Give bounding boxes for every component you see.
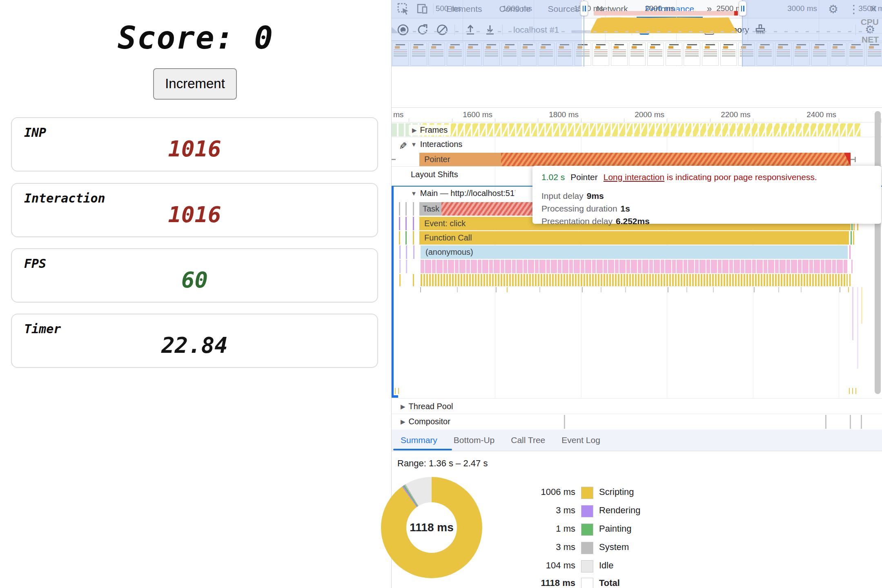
inp-card-value: 1016 (12, 136, 377, 162)
tooltip-long-interaction-link[interactable]: Long interaction (604, 172, 664, 182)
filmstrip-thumbnail[interactable] (629, 42, 646, 66)
micro-tasks-row[interactable] (421, 260, 848, 273)
bottom-tab-bar: Summary Bottom-Up Call Tree Event Log (392, 430, 882, 451)
legend-swatch-total (581, 578, 593, 588)
filmstrip-thumbnail[interactable] (702, 42, 719, 66)
inp-card: INP 1016 (11, 117, 378, 172)
legend-label: Idle (599, 560, 613, 571)
fps-card: FPS 60 (11, 248, 378, 303)
track-frames[interactable]: ▶ Frames (409, 125, 451, 136)
legend-value: 1006 ms (510, 487, 575, 497)
ruler-tick: 1600 ms (427, 110, 492, 119)
track-main[interactable]: ▼ Main — http://localhost:517 (411, 189, 515, 198)
legend-value: 1118 ms (510, 578, 575, 588)
pointer-red-tip (844, 153, 851, 166)
frames-partial-bar[interactable] (421, 123, 862, 136)
tab-event-log[interactable]: Event Log (561, 435, 600, 445)
devtools-panel: Elements Console Sources Network Perform… (391, 0, 882, 588)
ruler-tick: 2200 ms (685, 110, 751, 119)
ruler-unit: ms (393, 110, 405, 119)
interaction-card-value: 1016 (12, 202, 377, 227)
ruler-tick: 1800 ms (513, 110, 579, 119)
track-interactions[interactable]: ▼ Interactions (411, 140, 462, 149)
filmstrip-thumbnail[interactable] (666, 42, 682, 66)
score-heading: Score: 0 (0, 20, 391, 56)
pointer-whisker-end (855, 157, 856, 162)
net-label: NET (862, 35, 879, 45)
cpu-label: CPU (861, 17, 879, 27)
collapse-triangle-icon[interactable]: ▼ (411, 141, 417, 148)
legend-swatch-scripting (581, 487, 593, 499)
tooltip-headline: 1.02 sPointerLong interaction is indicat… (541, 172, 872, 182)
track-layout-shifts[interactable]: Layout Shifts (411, 170, 458, 179)
filmstrip-thumbnail[interactable] (647, 42, 664, 66)
demo-page: Score: 0 Increment INP 1016 Interaction … (0, 0, 391, 588)
fps-card-value: 60 (12, 267, 377, 293)
legend-label: System (599, 542, 629, 552)
legend-swatch-system (581, 542, 593, 554)
track-thread-pool[interactable]: ▶ Thread Pool (401, 402, 453, 411)
filmstrip-thumbnail[interactable] (720, 42, 737, 66)
legend-swatch-idle (581, 560, 593, 572)
active-tab-underline (393, 449, 452, 450)
filmstrip-thumbnail[interactable] (592, 42, 609, 66)
tooltip-message: is indicating poor page responsiveness. (667, 172, 817, 182)
tooltip-duration: 1.02 s (541, 172, 565, 182)
tooltip-row: Input delay9ms (541, 191, 872, 201)
timer-fires-row[interactable] (421, 274, 848, 286)
legend-value: 104 ms (510, 560, 575, 571)
legend-label: Painting (599, 523, 632, 534)
donut-total: 1118 ms (410, 521, 453, 534)
pointer-label: Pointer (424, 155, 450, 164)
overview-dim-right (743, 0, 882, 66)
main-selection-corner (392, 395, 398, 398)
overview-dim-left (392, 0, 582, 66)
pointer-interaction-overrun[interactable] (501, 153, 851, 166)
legend-value: 3 ms (510, 542, 575, 552)
expand-triangle-icon[interactable]: ▶ (401, 403, 405, 410)
tab-bottom-up[interactable]: Bottom-Up (454, 435, 494, 445)
anonymous-bar[interactable]: (anonymous) (421, 245, 848, 259)
divider (392, 137, 882, 137)
legend-swatch-rendering (581, 505, 593, 517)
screen: Score: 0 Increment INP 1016 Interaction … (0, 0, 882, 588)
selection-left-handle[interactable] (580, 1, 588, 16)
divider (392, 398, 882, 399)
interaction-card: Interaction 1016 (11, 183, 378, 237)
vertical-scrollbar[interactable] (875, 111, 881, 394)
summary-range: Range: 1.36 s – 2.47 s (397, 458, 488, 469)
annotate-pencil-icon[interactable]: ✎ (399, 140, 407, 152)
ruler-tick: 2400 ms (771, 110, 836, 119)
legend-label: Rendering (599, 505, 641, 516)
interaction-tooltip: 1.02 sPointerLong interaction is indicat… (532, 166, 881, 224)
track-compositor[interactable]: ▶ Compositor (401, 417, 450, 426)
selection-right-handle[interactable] (739, 1, 746, 16)
function-call-bar[interactable]: Function Call (419, 231, 849, 245)
main-selection-border (392, 186, 394, 398)
legend-label: Scripting (599, 487, 634, 497)
tooltip-row: Presentation delay6.252ms (541, 216, 872, 226)
expand-triangle-icon[interactable]: ▶ (412, 127, 417, 134)
pointer-whisker-left (392, 159, 396, 160)
increment-button[interactable]: Increment (153, 68, 237, 100)
filmstrip-thumbnail[interactable] (684, 42, 700, 66)
task-bar-label-chip[interactable]: Task (419, 202, 441, 216)
legend-value: 1 ms (510, 523, 575, 534)
legend-label: Total (599, 578, 620, 588)
divider (392, 414, 882, 414)
expand-triangle-icon[interactable]: ▶ (401, 418, 405, 425)
legend-value: 3 ms (510, 505, 575, 516)
timer-card-value: 22.84 (12, 332, 377, 358)
timer-card: Timer 22.84 (11, 314, 378, 368)
flamechart-ruler[interactable]: ms 1600 ms 1800 ms 2000 ms 2200 ms 2400 … (392, 108, 882, 122)
filmstrip-thumbnail[interactable] (611, 42, 628, 66)
ruler-tick: 2000 ms (599, 110, 664, 119)
legend-swatch-painting (581, 523, 593, 536)
tooltip-type: Pointer (570, 172, 598, 182)
tab-summary[interactable]: Summary (401, 435, 437, 445)
tooltip-row: Processing duration1s (541, 204, 872, 214)
timeline-overview[interactable]: 500 ms 1000 ms 1500 ms 2000 ms 2500 ms 3… (392, 0, 882, 66)
collapse-triangle-icon[interactable]: ▼ (411, 190, 417, 197)
donut-hole: 1118 ms (406, 502, 457, 553)
tab-call-tree[interactable]: Call Tree (511, 435, 545, 445)
